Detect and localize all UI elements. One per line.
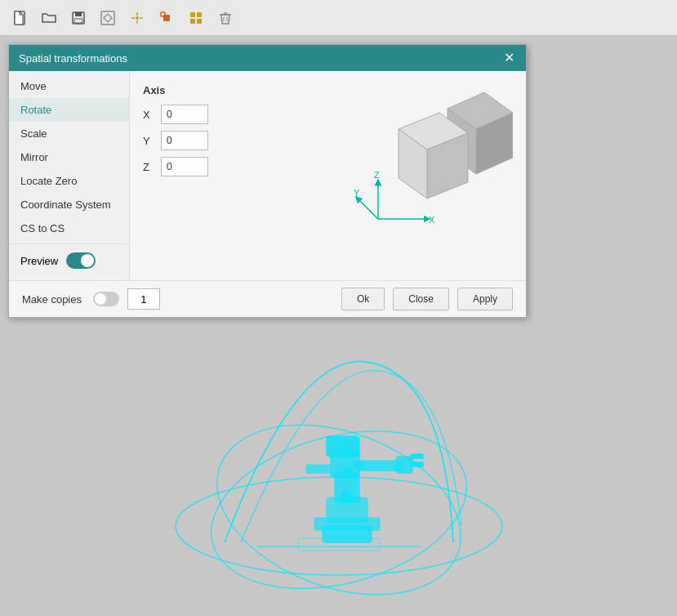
svg-rect-11: [161, 12, 165, 16]
svg-point-31: [342, 468, 352, 478]
svg-point-32: [343, 449, 351, 457]
svg-text:Y: Y: [354, 188, 360, 198]
sidebar-item-mirror[interactable]: Mirror: [9, 145, 129, 169]
make-copies-toggle[interactable]: [93, 292, 119, 306]
svg-text:X: X: [429, 215, 435, 225]
axis-illustration: X Y Z: [350, 84, 513, 234]
close-button[interactable]: Close: [393, 288, 449, 310]
dialog-title: Spatial transformations: [19, 52, 127, 65]
svg-line-49: [358, 199, 378, 219]
edit-button[interactable]: [95, 5, 121, 31]
axis-z-label: Z: [143, 161, 154, 173]
dialog-body: Move Rotate Scale Mirror Locate Zero Coo…: [9, 71, 526, 280]
dialog-header: Spatial transformations ✕: [9, 45, 526, 71]
axis-y-label: Y: [143, 135, 154, 147]
transform3-button[interactable]: [183, 5, 209, 31]
svg-rect-30: [306, 465, 331, 473]
delete-button[interactable]: [212, 5, 238, 31]
transform1-button[interactable]: [124, 5, 150, 31]
axis-x-input[interactable]: [161, 105, 208, 124]
sidebar-item-coordinate-system[interactable]: Coordinate System: [9, 193, 129, 216]
svg-rect-13: [197, 12, 202, 17]
svg-rect-29: [396, 457, 412, 473]
sidebar-item-locate-zero[interactable]: Locate Zero: [9, 169, 129, 193]
make-copies-label: Make copies: [22, 293, 82, 306]
dialog-sidebar: Move Rotate Scale Mirror Locate Zero Coo…: [9, 71, 130, 280]
svg-rect-2: [75, 12, 82, 16]
svg-rect-12: [190, 12, 195, 17]
svg-point-34: [355, 462, 363, 470]
sidebar-item-scale[interactable]: Scale: [9, 122, 129, 145]
dialog-bottom-bar: Make copies Ok Close Apply: [9, 280, 526, 317]
svg-rect-28: [359, 461, 400, 471]
axis-x-label: X: [143, 109, 154, 121]
svg-rect-36: [411, 462, 423, 466]
svg-rect-3: [74, 19, 82, 23]
svg-text:Z: Z: [374, 170, 380, 180]
transform2-button[interactable]: [154, 5, 180, 31]
apply-button[interactable]: Apply: [457, 288, 513, 310]
svg-rect-15: [197, 19, 202, 24]
ok-button[interactable]: Ok: [341, 288, 385, 310]
svg-rect-10: [163, 15, 170, 21]
spatial-transformations-dialog: Spatial transformations ✕ Move Rotate Sc…: [8, 44, 527, 318]
svg-rect-35: [411, 454, 423, 458]
axis-y-input[interactable]: [161, 131, 208, 150]
dialog-close-button[interactable]: ✕: [502, 51, 516, 65]
svg-point-5: [136, 16, 139, 20]
toolbar: [0, 0, 677, 36]
robot-visualization: [0, 297, 677, 616]
svg-rect-14: [190, 19, 195, 24]
sidebar-item-move[interactable]: Move: [9, 74, 129, 98]
sidebar-item-cs-to-cs[interactable]: CS to CS: [9, 216, 129, 240]
open-folder-button[interactable]: [36, 5, 62, 31]
preview-label: Preview: [20, 255, 58, 267]
save-button[interactable]: [65, 5, 91, 31]
preview-section: Preview: [9, 243, 129, 277]
copies-count-input[interactable]: [127, 288, 160, 310]
canvas-area: Spatial transformations ✕ Move Rotate Sc…: [0, 36, 677, 616]
preview-toggle[interactable]: [66, 252, 96, 269]
svg-point-33: [341, 492, 353, 503]
axis-z-input[interactable]: [161, 157, 208, 176]
sidebar-item-rotate[interactable]: Rotate: [9, 98, 129, 122]
dialog-content: Axis X Y Z: [130, 71, 526, 280]
new-file-button[interactable]: [7, 5, 33, 31]
